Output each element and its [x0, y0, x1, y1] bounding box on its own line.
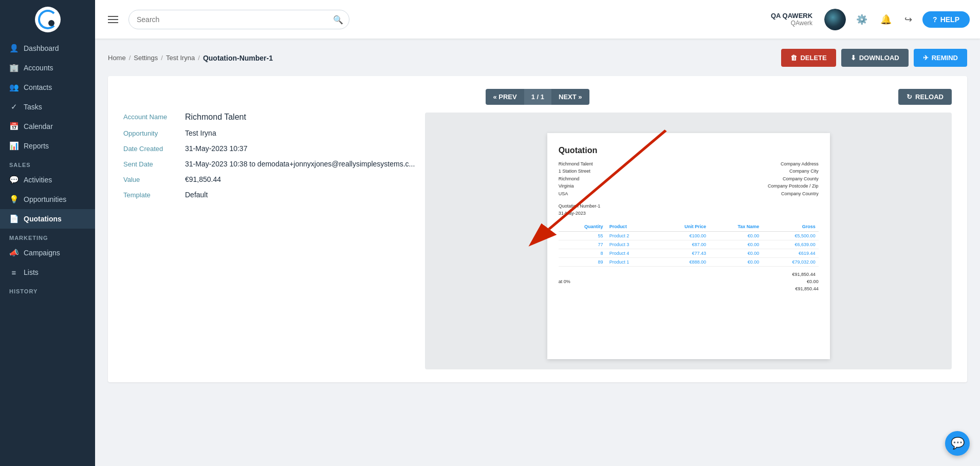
- prev-button[interactable]: « PREV: [486, 89, 524, 105]
- quotations-icon: 📄: [9, 214, 19, 223]
- sidebar-item-label: Campaigns: [24, 249, 60, 257]
- cell-gross: €6,639.00: [762, 240, 818, 249]
- notifications-icon[interactable]: 🔔: [878, 11, 894, 28]
- remind-icon: ✈: [923, 54, 929, 62]
- col-product: Product: [606, 222, 656, 232]
- sidebar-item-dashboard[interactable]: 👤 Dashboard: [0, 39, 95, 58]
- breadcrumb-sep-3: /: [198, 54, 200, 62]
- sidebar-item-lists[interactable]: ≡ Lists: [0, 263, 95, 282]
- tasks-icon: ✓: [9, 102, 19, 111]
- sent-date-value: 31-May-2023 10:38 to demodata+jonnyxjone…: [185, 160, 415, 168]
- avatar-image: [824, 9, 846, 30]
- breadcrumb-current: Quotation-Number-1: [203, 54, 273, 62]
- cell-unit-price: €100.00: [656, 231, 709, 240]
- doc-date: 31-May-2023: [559, 211, 819, 216]
- cell-unit-price: €87.00: [656, 240, 709, 249]
- cell-quantity: 77: [559, 240, 606, 249]
- accounts-icon: 🏢: [9, 63, 19, 72]
- sidebar: 👤 Dashboard 🏢 Accounts 👥 Contacts ✓ Task…: [0, 0, 95, 466]
- content-layout: Account Name Richmond Talent Opportunity…: [123, 113, 952, 369]
- sidebar-item-campaigns[interactable]: 📣 Campaigns: [0, 243, 95, 263]
- date-created-value: 31-May-2023 10:37: [185, 144, 247, 153]
- search-input[interactable]: [128, 10, 349, 29]
- sidebar-item-accounts[interactable]: 🏢 Accounts: [0, 58, 95, 78]
- sales-section-label: SALES: [0, 156, 95, 170]
- cell-product: Product 4: [606, 249, 656, 257]
- logout-icon[interactable]: ↪: [902, 11, 915, 28]
- doc-grand-total: €91,850.44: [796, 286, 819, 291]
- sidebar-item-activities[interactable]: 💬 Activities: [0, 170, 95, 190]
- doc-quote-number: Quotation Number-1: [559, 203, 819, 209]
- chat-button[interactable]: 💬: [945, 431, 970, 456]
- help-label: HELP: [940, 15, 959, 24]
- doc-to-address: Company AddressCompany CityCompany Count…: [768, 160, 819, 197]
- preview-panel: Quotation Richmond Talent1 Station Stree…: [425, 113, 952, 369]
- sidebar-item-quotations[interactable]: 📄 Quotations: [0, 209, 95, 229]
- cell-tax-name: €0.00: [709, 231, 762, 240]
- contacts-icon: 👥: [9, 83, 19, 92]
- next-button[interactable]: NEXT »: [551, 89, 589, 105]
- sidebar-item-label: Opportunities: [24, 195, 66, 203]
- content-area: Home / Settings / Test Iryna / Quotation…: [95, 39, 980, 466]
- doc-table: Quantity Product Unit Price Tax Name Gro…: [559, 222, 819, 267]
- remind-button[interactable]: ✈ REMIND: [914, 49, 967, 67]
- logo: [0, 0, 95, 39]
- activities-icon: 💬: [9, 175, 19, 184]
- template-value: Default: [185, 191, 208, 199]
- sent-date-label: Sent Date: [123, 160, 180, 168]
- action-buttons: 🗑 DELETE ⬇ DOWNLOAD ✈ REMIND: [781, 49, 967, 67]
- pagination-row: « PREV 1 / 1 NEXT » ↻ RELOAD: [123, 89, 952, 105]
- avatar[interactable]: [824, 9, 846, 30]
- cell-product: Product 3: [606, 240, 656, 249]
- opportunities-icon: 💡: [9, 195, 19, 204]
- table-row: 77 Product 3 €87.00 €0.00 €6,639.00: [559, 240, 819, 249]
- cell-unit-price: €77.43: [656, 249, 709, 257]
- breadcrumb: Home / Settings / Test Iryna / Quotation…: [108, 54, 273, 62]
- pagination-group: « PREV 1 / 1 NEXT »: [486, 89, 589, 105]
- col-tax-name: Tax Name: [709, 222, 762, 232]
- help-button[interactable]: ? HELP: [922, 11, 970, 28]
- user-role: QAwerk: [791, 20, 812, 27]
- opportunity-value: Test Iryna: [185, 129, 216, 137]
- sidebar-item-reports[interactable]: 📊 Reports: [0, 136, 95, 156]
- breadcrumb-home[interactable]: Home: [108, 54, 126, 62]
- settings-icon[interactable]: ⚙️: [854, 11, 870, 28]
- download-button[interactable]: ⬇ DOWNLOAD: [841, 49, 909, 67]
- campaigns-icon: 📣: [9, 248, 19, 257]
- field-date-created: Date Created 31-May-2023 10:37: [123, 144, 415, 153]
- search-button[interactable]: 🔍: [333, 14, 343, 24]
- sidebar-item-contacts[interactable]: 👥 Contacts: [0, 78, 95, 97]
- sidebar-item-label: Dashboard: [24, 44, 59, 52]
- reload-label: RELOAD: [915, 93, 944, 101]
- cell-gross: €619.44: [762, 249, 818, 257]
- doc-tax-rate: at 0%: [559, 279, 570, 284]
- breadcrumb-test-iryna[interactable]: Test Iryna: [166, 54, 195, 62]
- cell-unit-price: €888.00: [656, 257, 709, 266]
- doc-subtotal: €91,850.44: [792, 272, 819, 277]
- hamburger-button[interactable]: [105, 13, 121, 26]
- breadcrumb-sep-1: /: [129, 54, 131, 62]
- table-row: 55 Product 2 €100.00 €0.00 €5,500.00: [559, 231, 819, 240]
- sidebar-item-label: Accounts: [24, 64, 53, 72]
- sidebar-item-tasks[interactable]: ✓ Tasks: [0, 97, 95, 117]
- cell-product: Product 2: [606, 231, 656, 240]
- sidebar-item-opportunities[interactable]: 💡 Opportunities: [0, 190, 95, 209]
- sidebar-item-label: Reports: [24, 142, 49, 150]
- table-row: 89 Product 1 €888.00 €0.00 €79,032.00: [559, 257, 819, 266]
- cell-quantity: 89: [559, 257, 606, 266]
- doc-tax-amount: €0.00: [807, 279, 819, 284]
- breadcrumb-settings[interactable]: Settings: [134, 54, 158, 62]
- sidebar-item-label: Activities: [24, 176, 52, 184]
- col-unit-price: Unit Price: [656, 222, 709, 232]
- doc-title: Quotation: [559, 146, 819, 155]
- field-account-name: Account Name Richmond Talent: [123, 113, 415, 122]
- help-icon: ?: [933, 15, 937, 24]
- reload-button[interactable]: ↻ RELOAD: [898, 89, 952, 105]
- delete-label: DELETE: [800, 54, 826, 62]
- sidebar-item-calendar[interactable]: 📅 Calendar: [0, 117, 95, 136]
- user-name: QA QAWERK: [771, 12, 812, 20]
- download-icon: ⬇: [850, 54, 856, 62]
- download-label: DOWNLOAD: [859, 54, 899, 62]
- delete-button[interactable]: 🗑 DELETE: [781, 49, 836, 67]
- page-indicator: 1 / 1: [524, 89, 551, 105]
